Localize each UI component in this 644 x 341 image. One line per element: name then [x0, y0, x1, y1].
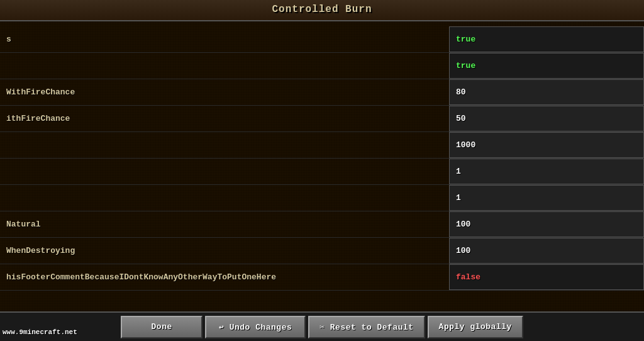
setting-label: WithFireChance	[0, 79, 449, 105]
bottom-bar: Done ↩ Undo Changes ✂ Reset to Default A…	[0, 311, 644, 341]
table-row: strue	[0, 26, 644, 53]
setting-label: Natural	[0, 211, 449, 237]
table-row: WhenDestroying100	[0, 238, 644, 264]
undo-button[interactable]: ↩ Undo Changes	[205, 316, 306, 338]
table-row: WithFireChance80	[0, 79, 644, 106]
title-bar: Controlled Burn	[0, 0, 644, 21]
table-row: 1	[0, 185, 644, 211]
apply-button[interactable]: Apply globally	[428, 316, 523, 338]
setting-label: ithFireChance	[0, 106, 449, 131]
table-row: ithFireChance50	[0, 106, 644, 132]
setting-value[interactable]: 1	[449, 185, 644, 211]
setting-value[interactable]: 80	[449, 79, 644, 105]
setting-label	[0, 185, 449, 211]
setting-value[interactable]: 1	[449, 159, 644, 184]
window-title: Controlled Burn	[272, 4, 372, 15]
setting-value[interactable]: 100	[449, 211, 644, 237]
table-row: 1000	[0, 132, 644, 159]
setting-value[interactable]: 100	[449, 238, 644, 264]
setting-value[interactable]: true	[449, 26, 644, 52]
done-button[interactable]: Done	[121, 316, 203, 338]
table-row: Natural100	[0, 211, 644, 238]
setting-value[interactable]: true	[449, 53, 644, 79]
setting-label	[0, 53, 449, 79]
setting-label	[0, 132, 449, 158]
table-row: hisFooterCommentBecauseIDontKnowAnyOther…	[0, 264, 644, 291]
setting-label: s	[0, 26, 449, 52]
table-row: 1	[0, 159, 644, 185]
table-row: true	[0, 53, 644, 79]
setting-value[interactable]: 50	[449, 106, 644, 131]
reset-button[interactable]: ✂ Reset to Default	[308, 316, 425, 338]
setting-label	[0, 159, 449, 184]
setting-label: WhenDestroying	[0, 238, 449, 264]
setting-value[interactable]: 1000	[449, 132, 644, 158]
rows-container: struetrueWithFireChance80ithFireChance50…	[0, 26, 644, 311]
setting-value[interactable]: false	[449, 264, 644, 290]
setting-label: hisFooterCommentBecauseIDontKnowAnyOther…	[0, 264, 449, 290]
